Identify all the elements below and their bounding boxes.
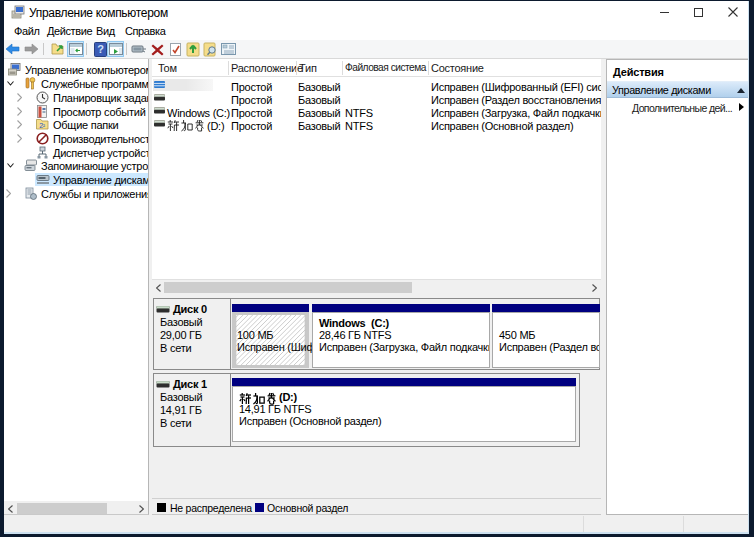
- svg-text:?: ?: [97, 43, 104, 55]
- svg-text:2²: 2²: [39, 122, 46, 129]
